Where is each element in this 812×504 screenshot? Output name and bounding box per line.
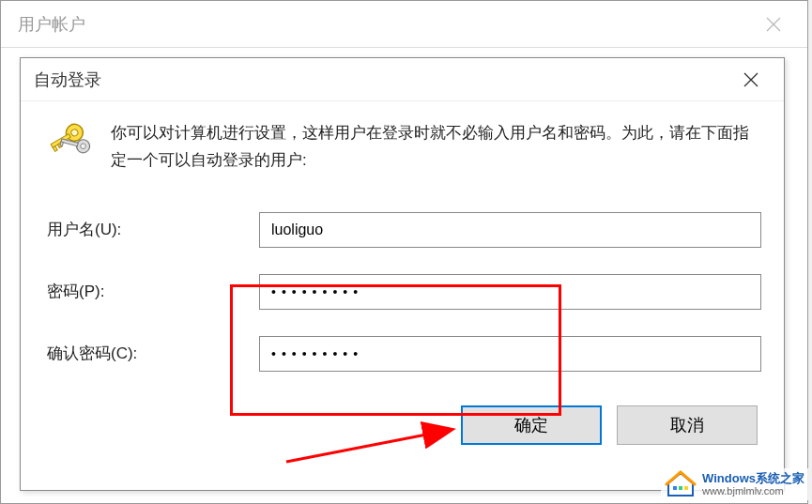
watermark-text: Windows系统之家 www.bjmlmlv.com: [702, 472, 804, 496]
parent-titlebar: 用户帐户: [1, 1, 807, 48]
close-icon: [766, 17, 781, 32]
svg-rect-3: [53, 146, 57, 152]
parent-close-button[interactable]: [757, 8, 790, 41]
username-input[interactable]: [259, 212, 761, 248]
info-row: 你可以对计算机进行设置，这样用户在登录时就不必输入用户名和密码。为此，请在下面指…: [43, 120, 761, 175]
auto-login-dialog: 自动登录: [20, 57, 785, 491]
parent-window: 用户帐户 自动登录: [0, 0, 808, 504]
cancel-button[interactable]: 取消: [617, 405, 758, 445]
username-row: 用户名(U):: [43, 212, 761, 248]
svg-rect-10: [673, 486, 677, 490]
confirm-password-input[interactable]: [259, 336, 761, 372]
watermark-line2: www.bjmlmlv.com: [702, 485, 804, 496]
keys-icon: [43, 120, 96, 173]
watermark: Windows系统之家 www.bjmlmlv.com: [661, 468, 808, 500]
dialog-description: 你可以对计算机进行设置，这样用户在登录时就不必输入用户名和密码。为此，请在下面指…: [111, 120, 761, 175]
password-label: 密码(P):: [43, 281, 259, 302]
dialog-close-button[interactable]: [731, 60, 771, 99]
confirm-password-label: 确认密码(C):: [43, 343, 259, 364]
house-icon: [665, 470, 697, 498]
button-row: 确定 取消: [43, 405, 761, 445]
dialog-content: 你可以对计算机进行设置，这样用户在登录时就不必输入用户名和密码。为此，请在下面指…: [21, 101, 784, 460]
dialog-titlebar: 自动登录: [21, 58, 784, 101]
password-row: 密码(P):: [43, 274, 761, 310]
svg-rect-8: [60, 142, 63, 146]
ok-button[interactable]: 确定: [461, 405, 602, 445]
close-icon: [743, 72, 758, 87]
dialog-title: 自动登录: [34, 69, 731, 91]
svg-rect-12: [684, 486, 688, 490]
confirm-password-row: 确认密码(C):: [43, 336, 761, 372]
password-input[interactable]: [259, 274, 761, 310]
parent-window-title: 用户帐户: [18, 13, 757, 36]
watermark-line1: Windows系统之家: [702, 472, 804, 485]
svg-rect-11: [679, 486, 682, 490]
username-label: 用户名(U):: [43, 219, 259, 240]
